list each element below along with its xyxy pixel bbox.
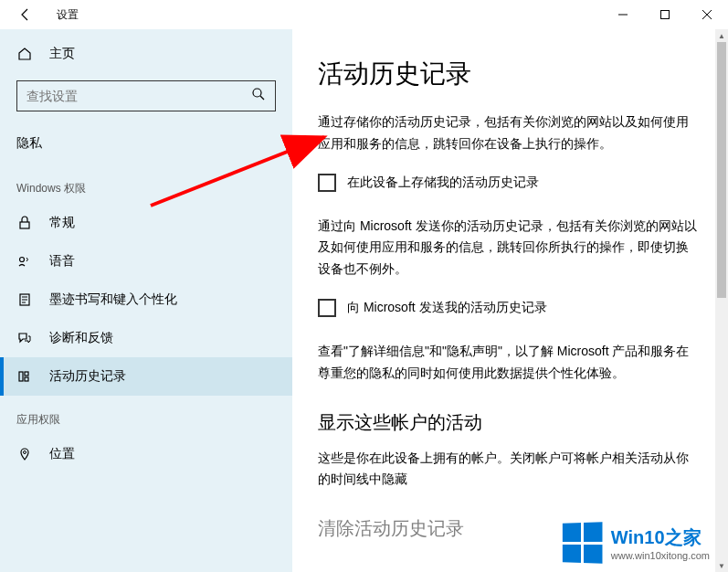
scroll-thumb[interactable] (717, 42, 726, 298)
minimize-button[interactable] (602, 0, 644, 29)
checkbox-send-microsoft-label: 向 Microsoft 发送我的活动历史记录 (347, 300, 547, 316)
content-area: 活动历史记录 通过存储你的活动历史记录，包括有关你浏览的网站以及如何使用应用和服… (292, 29, 728, 572)
svg-rect-10 (19, 372, 23, 381)
nav-activity-history[interactable]: 活动历史记录 (0, 357, 292, 396)
nav-general[interactable]: 常规 (0, 204, 292, 242)
nav-speech[interactable]: 语音 (0, 242, 292, 281)
svg-line-3 (260, 96, 264, 100)
svg-point-2 (253, 89, 261, 97)
nav-diagnostics[interactable]: 诊断和反馈 (0, 319, 292, 357)
svg-rect-11 (25, 372, 28, 376)
subtitle-accounts: 显示这些帐户的活动 (318, 410, 701, 435)
home-icon (16, 46, 33, 62)
nav-label: 墨迹书写和键入个性化 (49, 291, 177, 308)
description-4: 这些是你在此设备上拥有的帐户。关闭帐户可将帐户相关活动从你的时间线中隐藏 (318, 448, 701, 492)
watermark-url: www.win10xitong.com (611, 550, 710, 561)
section-app-perms: 应用权限 (0, 396, 292, 435)
nav-label: 活动历史记录 (49, 368, 126, 385)
svg-point-5 (20, 258, 25, 262)
sidebar: 主页 隐私 Windows 权限 常规 语音 (0, 29, 292, 572)
lock-icon (16, 215, 33, 231)
svg-rect-12 (25, 377, 28, 381)
section-windows-perms: Windows 权限 (0, 164, 292, 204)
clipboard-icon (16, 291, 33, 308)
speech-icon (16, 253, 33, 270)
nav-label: 诊断和反馈 (49, 330, 113, 346)
nav-location[interactable]: 位置 (0, 435, 292, 473)
history-icon (16, 368, 33, 385)
nav-label: 位置 (49, 446, 75, 462)
search-input[interactable] (26, 89, 251, 103)
description-2: 通过向 Microsoft 发送你的活动历史记录，包括有关你浏览的网站以及如何使… (318, 216, 701, 281)
checkbox-store-local[interactable] (318, 174, 336, 192)
nav-inking[interactable]: 墨迹书写和键入个性化 (0, 281, 292, 319)
back-button[interactable] (11, 0, 40, 29)
watermark-brand: Win10之家 (611, 525, 710, 550)
description-1: 通过存储你的活动历史记录，包括有关你浏览的网站以及如何使用应用和服务的信息，跳转… (318, 111, 701, 155)
close-button[interactable] (686, 0, 728, 29)
checkbox-store-local-label: 在此设备上存储我的活动历史记录 (347, 175, 539, 191)
checkbox-send-microsoft[interactable] (318, 299, 336, 317)
scroll-up[interactable]: ▲ (715, 29, 728, 42)
nav-label: 语音 (49, 253, 75, 270)
section-privacy: 隐私 (0, 128, 292, 164)
page-title: 活动历史记录 (318, 57, 701, 91)
windows-logo-icon (563, 522, 603, 563)
svg-rect-1 (661, 11, 670, 19)
search-box[interactable] (16, 80, 276, 111)
home-nav[interactable]: 主页 (0, 37, 292, 71)
window-title: 设置 (57, 7, 79, 23)
search-icon (251, 87, 266, 105)
scrollbar[interactable]: ▲ ▼ (715, 29, 728, 572)
maximize-button[interactable] (644, 0, 686, 29)
svg-point-13 (24, 451, 26, 454)
home-label: 主页 (49, 46, 75, 62)
location-icon (16, 446, 33, 462)
scroll-down[interactable]: ▼ (715, 559, 728, 572)
svg-rect-4 (20, 222, 29, 228)
nav-label: 常规 (49, 215, 75, 231)
feedback-icon (16, 330, 33, 346)
watermark: Win10之家 www.win10xitong.com (562, 523, 710, 563)
description-3: 查看"了解详细信息"和"隐私声明"，以了解 Microsoft 产品和服务在尊重… (318, 341, 701, 385)
